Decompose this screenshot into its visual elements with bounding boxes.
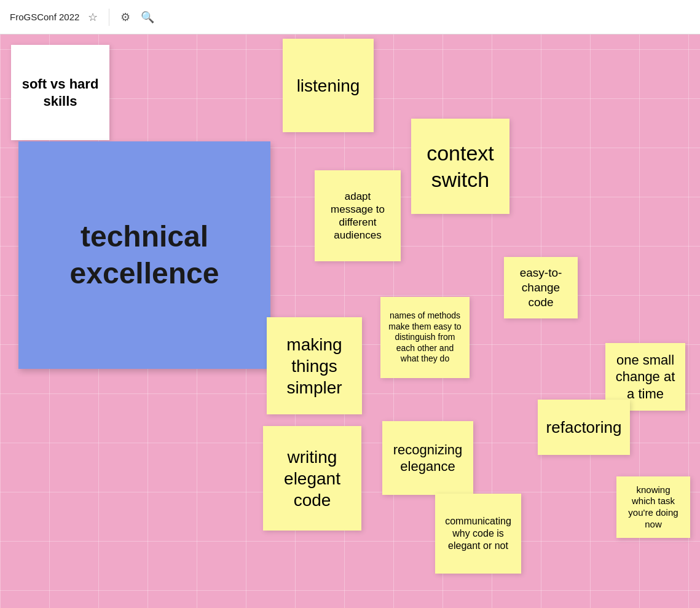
- card-technical-excellence[interactable]: technical excellence: [18, 141, 270, 369]
- toolbar-title: FroGSConf 2022: [10, 12, 79, 22]
- search-icon[interactable]: 🔍: [139, 9, 156, 26]
- card-refactoring[interactable]: refactoring: [538, 400, 630, 455]
- card-knowing-which-task-text: knowing which task you're doing now: [624, 484, 683, 531]
- card-names-of-methods-text: names of methods make them easy to disti…: [388, 310, 462, 365]
- card-easy-to-change-text: easy-to-change code: [511, 266, 570, 309]
- card-adapt-message[interactable]: adapt message to different audiences: [315, 170, 401, 261]
- gear-icon[interactable]: ⚙: [117, 9, 134, 26]
- card-adapt-message-text: adapt message to different audiences: [322, 190, 393, 242]
- card-recognizing-elegance[interactable]: recognizing elegance: [382, 421, 473, 495]
- card-context-switch[interactable]: context switch: [411, 119, 509, 214]
- toolbar-separator: [109, 9, 109, 26]
- card-technical-excellence-text: technical excellence: [26, 218, 263, 292]
- card-soft-vs-hard-text: soft vs hard skills: [18, 76, 102, 109]
- card-making-things-simpler[interactable]: making things simpler: [267, 317, 362, 414]
- card-soft-vs-hard[interactable]: soft vs hard skills: [11, 45, 109, 140]
- card-knowing-which-task[interactable]: knowing which task you're doing now: [616, 476, 690, 538]
- card-communicating-why[interactable]: communicating why code is elegant or not: [435, 494, 521, 574]
- toolbar: FroGSConf 2022 ☆ ⚙ 🔍: [0, 0, 700, 34]
- card-communicating-why-text: communicating why code is elegant or not: [442, 515, 514, 552]
- card-making-things-simpler-text: making things simpler: [274, 334, 355, 398]
- card-easy-to-change[interactable]: easy-to-change code: [504, 257, 578, 318]
- star-icon[interactable]: ☆: [84, 9, 101, 26]
- card-one-small-change-text: one small change at a time: [613, 352, 678, 403]
- card-writing-elegant-code[interactable]: writing elegant code: [263, 426, 361, 531]
- card-refactoring-text: refactoring: [546, 417, 622, 438]
- card-listening[interactable]: listening: [283, 39, 374, 132]
- card-recognizing-elegance-text: recognizing elegance: [390, 441, 466, 475]
- card-context-switch-text: context switch: [419, 140, 502, 192]
- card-names-of-methods[interactable]: names of methods make them easy to disti…: [380, 297, 470, 378]
- card-writing-elegant-code-text: writing elegant code: [270, 446, 354, 511]
- card-listening-text: listening: [297, 75, 360, 97]
